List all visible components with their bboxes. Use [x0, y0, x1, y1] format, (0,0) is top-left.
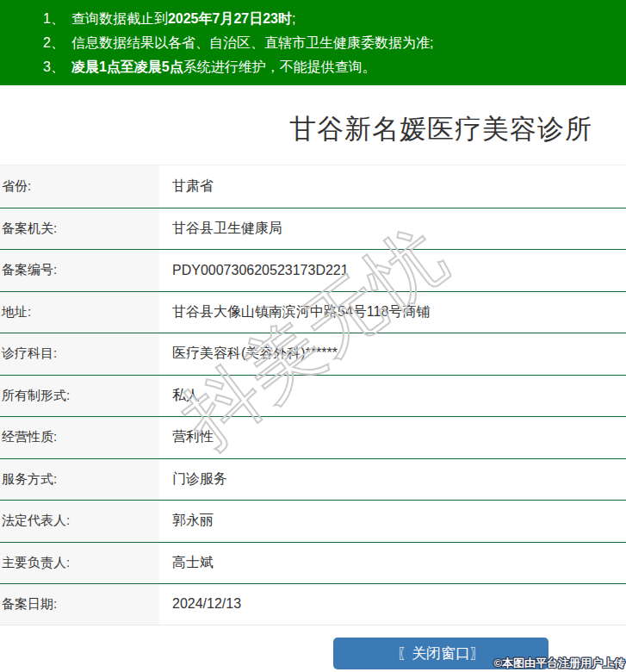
notice-text: 系统进行维护，不能提供查询。 — [183, 59, 376, 74]
page-title: 甘谷新名媛医疗美容诊所 — [0, 110, 626, 148]
field-label: 备案日期: — [0, 584, 159, 625]
field-label: 服务方式: — [0, 459, 159, 501]
table-row: 地址:甘谷县大像山镇南滨河中路54号118号商铺 — [0, 291, 626, 333]
field-value: 郭永丽 — [159, 501, 626, 542]
notice-banner: 1、查询数据截止到2025年7月27日23时;2、信息数据结果以各省、自治区、直… — [0, 0, 626, 85]
notice-text: 信息数据结果以各省、自治区、直辖市卫生健康委数据为准; — [71, 35, 433, 50]
table-row: 法定代表人:郭永丽 — [0, 500, 626, 542]
field-label: 主要负责人: — [0, 543, 159, 584]
registration-info-table: 省份:甘肃省备案机关:甘谷县卫生健康局备案编号:PDY0007306205231… — [0, 165, 626, 625]
notice-number: 1、 — [43, 7, 65, 31]
image-credit-watermark: ©本图由平台注册用户上传 — [493, 656, 625, 671]
field-value: 甘谷县卫生健康局 — [159, 208, 626, 250]
notice-list: 1、查询数据截止到2025年7月27日23时;2、信息数据结果以各省、自治区、直… — [43, 7, 626, 79]
field-label: 诊疗科目: — [0, 333, 159, 375]
notice-number: 3、 — [43, 55, 65, 79]
notice-text: 凌晨1点至凌晨5点 — [71, 59, 183, 74]
notice-line: 3、凌晨1点至凌晨5点系统进行维护，不能提供查询。 — [43, 55, 626, 79]
field-label: 法定代表人: — [0, 501, 159, 542]
notice-line: 1、查询数据截止到2025年7月27日23时; — [43, 7, 626, 31]
field-label: 经营性质: — [0, 417, 159, 458]
field-value: 甘谷县大像山镇南滨河中路54号118号商铺 — [159, 292, 626, 333]
table-row: 主要负责人:高士斌 — [0, 542, 626, 584]
field-value: 高士斌 — [159, 543, 626, 584]
notice-line: 2、信息数据结果以各省、自治区、直辖市卫生健康委数据为准; — [43, 31, 626, 55]
table-row: 备案日期:2024/12/13 — [0, 583, 626, 625]
field-value: 门诊服务 — [159, 459, 626, 501]
table-row: 服务方式:门诊服务 — [0, 458, 626, 501]
field-value: 营利性 — [159, 417, 626, 458]
field-label: 备案机关: — [0, 208, 159, 250]
field-label: 所有制形式: — [0, 376, 159, 417]
notice-text: ; — [292, 11, 295, 26]
field-value: PDY000730620523173D221 — [159, 250, 626, 291]
table-row: 备案编号:PDY000730620523173D221 — [0, 249, 626, 291]
notice-text: 2025年7月27日23时 — [168, 11, 292, 26]
notice-text: 查询数据截止到 — [71, 11, 168, 26]
table-row: 所有制形式:私人 — [0, 375, 626, 417]
field-value: 私人 — [159, 376, 626, 417]
notice-number: 2、 — [43, 31, 65, 55]
table-row: 备案机关:甘谷县卫生健康局 — [0, 208, 626, 250]
field-label: 地址: — [0, 292, 159, 333]
field-value: 2024/12/13 — [159, 584, 626, 625]
table-row: 省份:甘肃省 — [0, 165, 626, 208]
field-value: 甘肃省 — [159, 165, 626, 208]
table-row: 诊疗科目:医疗美容科(美容外科)****** — [0, 333, 626, 375]
field-label: 备案编号: — [0, 250, 159, 291]
field-label: 省份: — [0, 165, 159, 208]
table-row: 经营性质:营利性 — [0, 416, 626, 458]
field-value: 医疗美容科(美容外科)****** — [159, 333, 626, 375]
